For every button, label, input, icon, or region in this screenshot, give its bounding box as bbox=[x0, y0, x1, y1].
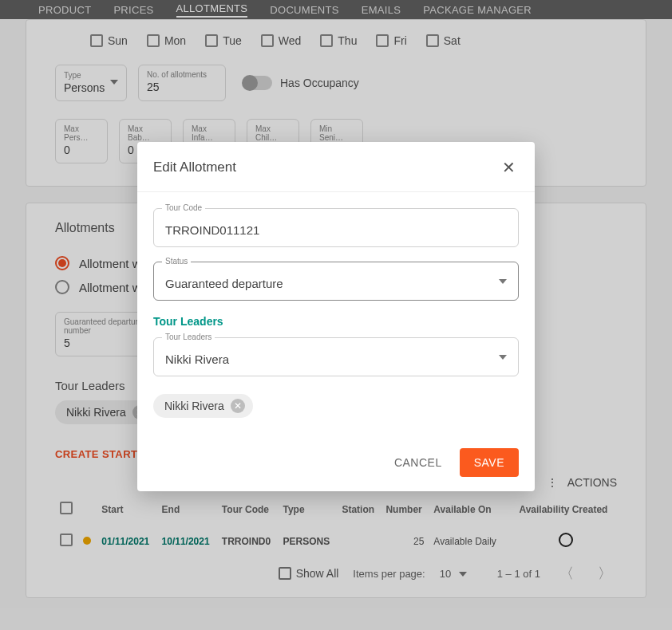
cancel-button[interactable]: CANCEL bbox=[394, 456, 442, 469]
tour-code-input[interactable]: Tour Code TRROIND011121 bbox=[153, 208, 519, 247]
chevron-down-icon bbox=[499, 279, 507, 284]
status-label: Status bbox=[162, 257, 191, 266]
save-button[interactable]: SAVE bbox=[460, 448, 519, 477]
status-select[interactable]: Status Guaranteed departure bbox=[153, 262, 519, 301]
close-icon[interactable]: ✕ bbox=[499, 155, 519, 180]
edit-allotment-dialog: Edit Allotment ✕ Tour Code TRROIND011121… bbox=[137, 142, 535, 491]
chevron-down-icon bbox=[499, 355, 507, 360]
tour-code-value: TRROIND011121 bbox=[165, 223, 259, 237]
modal-overlay: Edit Allotment ✕ Tour Code TRROIND011121… bbox=[0, 0, 672, 630]
tour-leaders-label: Tour Leaders bbox=[162, 333, 215, 341]
close-icon[interactable]: ✕ bbox=[231, 399, 245, 413]
status-value: Guaranteed departure bbox=[165, 277, 283, 290]
tour-leaders-heading: Tour Leaders bbox=[153, 315, 519, 328]
tour-leaders-select[interactable]: Tour Leaders Nikki Rivera bbox=[153, 337, 519, 376]
modal-leader-chip-label: Nikki Rivera bbox=[164, 400, 224, 412]
tour-code-label: Tour Code bbox=[162, 203, 205, 212]
modal-title: Edit Allotment bbox=[153, 159, 236, 175]
tour-leaders-value: Nikki Rivera bbox=[165, 352, 229, 366]
modal-leader-chip[interactable]: Nikki Rivera ✕ bbox=[153, 394, 253, 418]
